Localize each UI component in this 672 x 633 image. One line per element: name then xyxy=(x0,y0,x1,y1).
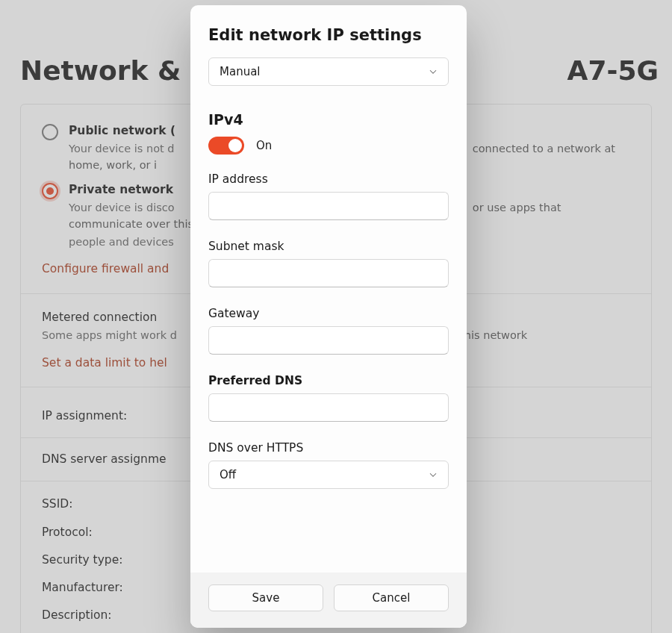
preferred-dns-input[interactable] xyxy=(208,393,449,422)
ipv4-heading: IPv4 xyxy=(208,111,449,128)
subnet-mask-field: Subnet mask xyxy=(208,240,449,287)
chevron-down-icon xyxy=(429,67,438,76)
ipv4-toggle[interactable] xyxy=(208,137,244,155)
dialog-footer: Save Cancel xyxy=(190,573,467,628)
ipv4-toggle-state: On xyxy=(256,139,272,152)
doh-field: DNS over HTTPS Off xyxy=(208,441,449,489)
edit-ip-settings-dialog: Edit network IP settings Manual IPv4 On … xyxy=(190,5,467,628)
ip-mode-selected: Manual xyxy=(220,65,261,78)
doh-label: DNS over HTTPS xyxy=(208,441,449,455)
ip-address-label: IP address xyxy=(208,172,449,186)
doh-selected: Off xyxy=(220,468,236,481)
subnet-mask-label: Subnet mask xyxy=(208,240,449,253)
dialog-body: Edit network IP settings Manual IPv4 On … xyxy=(190,5,467,573)
subnet-mask-input[interactable] xyxy=(208,259,449,287)
cancel-button-label: Cancel xyxy=(373,591,411,605)
chevron-down-icon xyxy=(429,470,438,479)
gateway-input[interactable] xyxy=(208,326,449,355)
gateway-label: Gateway xyxy=(208,307,449,320)
save-button[interactable]: Save xyxy=(208,584,323,611)
dialog-title: Edit network IP settings xyxy=(208,26,449,44)
cancel-button[interactable]: Cancel xyxy=(334,584,449,611)
preferred-dns-label: Preferred DNS xyxy=(208,374,449,387)
preferred-dns-field: Preferred DNS xyxy=(208,374,449,422)
ip-address-field: IP address xyxy=(208,172,449,220)
doh-select[interactable]: Off xyxy=(208,461,449,489)
ip-mode-select[interactable]: Manual xyxy=(208,57,449,86)
gateway-field: Gateway xyxy=(208,307,449,355)
ipv4-toggle-row: On xyxy=(208,137,449,155)
save-button-label: Save xyxy=(252,591,280,605)
toggle-knob-icon xyxy=(228,139,242,152)
ip-address-input[interactable] xyxy=(208,192,449,220)
